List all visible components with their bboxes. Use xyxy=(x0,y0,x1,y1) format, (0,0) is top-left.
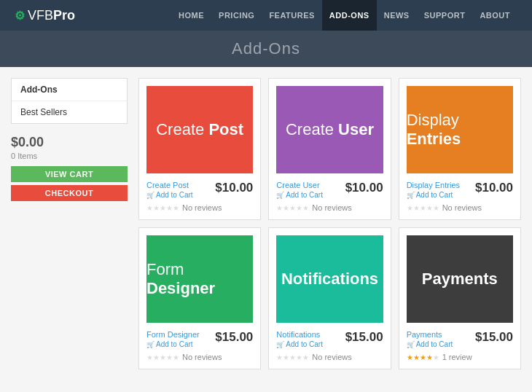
product-price-payments: $15.00 xyxy=(475,330,513,345)
product-image-create-user: Create User xyxy=(276,86,383,173)
cart-icon: 🛒 xyxy=(276,341,284,348)
product-link-payments[interactable]: Payments xyxy=(407,330,453,339)
product-info: Create User 🛒Add to Cart $10.00 xyxy=(276,181,383,199)
product-card-create-user: Create User Create User 🛒Add to Cart $10… xyxy=(268,78,391,220)
page-title: Add-Ons xyxy=(9,39,523,58)
sidebar-item-bestsellers[interactable]: Best Sellers xyxy=(12,101,127,123)
cart-icon: 🛒 xyxy=(407,192,415,199)
product-price-create-post: $10.00 xyxy=(215,181,253,195)
no-reviews-form-designer: No reviews xyxy=(182,353,222,361)
checkout-button[interactable]: CHECKOUT xyxy=(11,185,128,201)
product-price-form-designer: $15.00 xyxy=(215,330,253,345)
product-price-notifications: $15.00 xyxy=(345,330,383,345)
product-image-display-entries: Display Entries xyxy=(407,86,513,173)
product-price-display-entries: $10.00 xyxy=(475,181,513,195)
cart-icon: 🛒 xyxy=(407,341,415,348)
add-to-cart-form-designer[interactable]: 🛒Add to Cart xyxy=(146,340,200,348)
product-link-create-user[interactable]: Create User xyxy=(276,181,323,189)
product-stars-create-user: ★★★★★ No reviews xyxy=(276,203,383,212)
add-to-cart-payments[interactable]: 🛒Add to Cart xyxy=(407,340,453,348)
star-icons: ★★★★★ xyxy=(146,353,179,361)
sidebar-nav: Add-Ons Best Sellers xyxy=(11,78,128,124)
product-card-display-entries: Display Entries Display Entries 🛒Add to … xyxy=(399,78,521,220)
product-link-form-designer[interactable]: Form Designer xyxy=(146,330,200,339)
product-info: Form Designer 🛒Add to Cart $15.00 xyxy=(146,330,253,348)
star-icons: ★★★★★ xyxy=(407,353,439,361)
product-image-create-post: Create Post xyxy=(146,86,253,173)
product-stars-notifications: ★★★★★ No reviews xyxy=(276,353,383,361)
add-to-cart-create-user[interactable]: 🛒Add to Cart xyxy=(276,191,323,199)
product-info: Payments 🛒Add to Cart $15.00 xyxy=(407,330,513,348)
product-info: Create Post 🛒Add to Cart $10.00 xyxy=(146,181,253,199)
product-image-notifications: Notifications xyxy=(276,235,383,323)
product-card-payments: Payments Payments 🛒Add to Cart $15.00 ★★… xyxy=(399,227,521,369)
product-image-form-designer: Form Designer xyxy=(146,235,253,323)
sidebar-item-addons[interactable]: Add-Ons xyxy=(12,79,127,101)
nav-news[interactable]: NEWS xyxy=(377,0,417,31)
no-reviews-create-post: No reviews xyxy=(182,203,222,212)
product-image-payments: Payments xyxy=(407,235,513,323)
product-info: Display Entries 🛒Add to Cart $10.00 xyxy=(407,181,513,199)
logo-vfb: VFBPro xyxy=(28,8,75,23)
product-card-form-designer: Form Designer Form Designer 🛒Add to Cart… xyxy=(138,227,261,369)
product-info: Notifications 🛒Add to Cart $15.00 xyxy=(276,330,383,348)
view-cart-button[interactable]: VIEW CART xyxy=(11,166,128,182)
nav-features[interactable]: FEATURES xyxy=(262,0,321,31)
no-reviews-display-entries: No reviews xyxy=(442,203,482,212)
add-to-cart-create-post[interactable]: 🛒Add to Cart xyxy=(146,191,193,199)
cart-widget: $0.00 0 Items VIEW CART CHECKOUT xyxy=(11,135,128,201)
nav-pricing[interactable]: PRICING xyxy=(211,0,262,31)
add-to-cart-notifications[interactable]: 🛒Add to Cart xyxy=(276,340,323,348)
star-icons: ★★★★★ xyxy=(276,353,309,361)
cart-icon: 🛒 xyxy=(276,192,284,199)
logo[interactable]: ⚙ VFBPro xyxy=(15,8,75,23)
nav-home[interactable]: HOME xyxy=(171,0,211,31)
page-title-bar: Add-Ons xyxy=(0,31,532,67)
nav-support[interactable]: SUPPORT xyxy=(417,0,473,31)
cart-items-count: 0 Items xyxy=(11,152,128,160)
product-stars-display-entries: ★★★★★ No reviews xyxy=(407,203,513,212)
product-stars-payments: ★★★★★ 1 review xyxy=(407,353,513,361)
cart-icon: 🛒 xyxy=(146,341,154,348)
sidebar: Add-Ons Best Sellers $0.00 0 Items VIEW … xyxy=(11,78,128,369)
products-grid: Create Post Create Post 🛒Add to Cart $10… xyxy=(138,78,521,369)
logo-icon: ⚙ xyxy=(15,9,25,23)
product-link-create-post[interactable]: Create Post xyxy=(146,181,193,189)
star-icons: ★★★★★ xyxy=(276,204,309,212)
cart-price: $0.00 xyxy=(11,135,128,150)
product-price-create-user: $10.00 xyxy=(345,181,383,195)
top-nav: ⚙ VFBPro HOME PRICING FEATURES ADD-ONS N… xyxy=(0,0,532,31)
product-card-create-post: Create Post Create Post 🛒Add to Cart $10… xyxy=(138,78,261,220)
product-link-notifications[interactable]: Notifications xyxy=(276,330,323,339)
product-link-display-entries[interactable]: Display Entries xyxy=(407,181,460,189)
product-stars-form-designer: ★★★★★ No reviews xyxy=(146,353,253,361)
no-reviews-notifications: No reviews xyxy=(312,353,351,361)
nav-addons[interactable]: ADD-ONS xyxy=(322,0,377,31)
product-card-notifications: Notifications Notifications 🛒Add to Cart… xyxy=(268,227,391,369)
nav-about[interactable]: ABOUT xyxy=(472,0,517,31)
nav-links: HOME PRICING FEATURES ADD-ONS NEWS SUPPO… xyxy=(171,0,517,31)
add-to-cart-display-entries[interactable]: 🛒Add to Cart xyxy=(407,191,460,199)
cart-icon: 🛒 xyxy=(146,192,154,199)
product-stars-create-post: ★★★★★ No reviews xyxy=(146,203,253,212)
no-reviews-create-user: No reviews xyxy=(312,203,351,212)
star-icons: ★★★★★ xyxy=(407,204,439,212)
review-count-payments: 1 review xyxy=(442,353,472,361)
star-icons: ★★★★★ xyxy=(146,204,179,212)
